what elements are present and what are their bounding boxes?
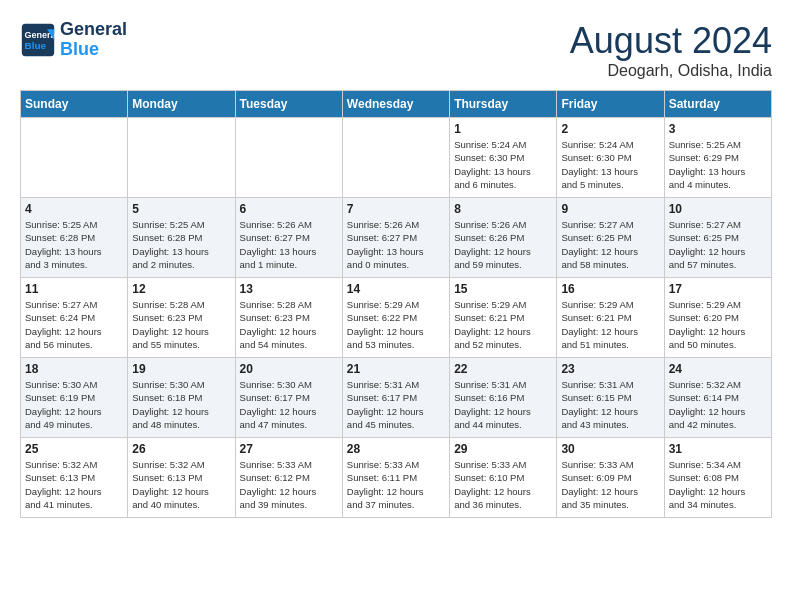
calendar-cell: 12Sunrise: 5:28 AM Sunset: 6:23 PM Dayli… <box>128 278 235 358</box>
calendar-cell: 1Sunrise: 5:24 AM Sunset: 6:30 PM Daylig… <box>450 118 557 198</box>
day-number: 20 <box>240 362 338 376</box>
day-info: Sunrise: 5:29 AM Sunset: 6:21 PM Dayligh… <box>561 298 659 351</box>
weekday-thursday: Thursday <box>450 91 557 118</box>
calendar-cell: 19Sunrise: 5:30 AM Sunset: 6:18 PM Dayli… <box>128 358 235 438</box>
day-info: Sunrise: 5:31 AM Sunset: 6:16 PM Dayligh… <box>454 378 552 431</box>
day-number: 24 <box>669 362 767 376</box>
calendar-cell: 18Sunrise: 5:30 AM Sunset: 6:19 PM Dayli… <box>21 358 128 438</box>
day-info: Sunrise: 5:30 AM Sunset: 6:17 PM Dayligh… <box>240 378 338 431</box>
day-number: 13 <box>240 282 338 296</box>
calendar-cell <box>21 118 128 198</box>
calendar-header: SundayMondayTuesdayWednesdayThursdayFrid… <box>21 91 772 118</box>
weekday-saturday: Saturday <box>664 91 771 118</box>
calendar-cell: 22Sunrise: 5:31 AM Sunset: 6:16 PM Dayli… <box>450 358 557 438</box>
calendar-cell: 28Sunrise: 5:33 AM Sunset: 6:11 PM Dayli… <box>342 438 449 518</box>
logo-icon: General Blue <box>20 22 56 58</box>
day-number: 19 <box>132 362 230 376</box>
day-info: Sunrise: 5:31 AM Sunset: 6:15 PM Dayligh… <box>561 378 659 431</box>
day-info: Sunrise: 5:25 AM Sunset: 6:28 PM Dayligh… <box>132 218 230 271</box>
calendar-week-row: 4Sunrise: 5:25 AM Sunset: 6:28 PM Daylig… <box>21 198 772 278</box>
calendar-cell: 20Sunrise: 5:30 AM Sunset: 6:17 PM Dayli… <box>235 358 342 438</box>
calendar-cell: 4Sunrise: 5:25 AM Sunset: 6:28 PM Daylig… <box>21 198 128 278</box>
day-number: 11 <box>25 282 123 296</box>
calendar-cell: 24Sunrise: 5:32 AM Sunset: 6:14 PM Dayli… <box>664 358 771 438</box>
logo-text: General Blue <box>60 20 127 60</box>
day-info: Sunrise: 5:27 AM Sunset: 6:25 PM Dayligh… <box>669 218 767 271</box>
title-block: August 2024 Deogarh, Odisha, India <box>570 20 772 80</box>
day-info: Sunrise: 5:29 AM Sunset: 6:22 PM Dayligh… <box>347 298 445 351</box>
svg-text:Blue: Blue <box>25 40 47 51</box>
day-number: 4 <box>25 202 123 216</box>
day-number: 22 <box>454 362 552 376</box>
calendar-cell: 27Sunrise: 5:33 AM Sunset: 6:12 PM Dayli… <box>235 438 342 518</box>
calendar-cell: 7Sunrise: 5:26 AM Sunset: 6:27 PM Daylig… <box>342 198 449 278</box>
day-info: Sunrise: 5:27 AM Sunset: 6:25 PM Dayligh… <box>561 218 659 271</box>
day-info: Sunrise: 5:32 AM Sunset: 6:14 PM Dayligh… <box>669 378 767 431</box>
calendar-cell: 25Sunrise: 5:32 AM Sunset: 6:13 PM Dayli… <box>21 438 128 518</box>
day-number: 30 <box>561 442 659 456</box>
calendar-week-row: 25Sunrise: 5:32 AM Sunset: 6:13 PM Dayli… <box>21 438 772 518</box>
day-number: 29 <box>454 442 552 456</box>
day-number: 17 <box>669 282 767 296</box>
day-info: Sunrise: 5:33 AM Sunset: 6:10 PM Dayligh… <box>454 458 552 511</box>
weekday-sunday: Sunday <box>21 91 128 118</box>
day-info: Sunrise: 5:33 AM Sunset: 6:11 PM Dayligh… <box>347 458 445 511</box>
day-number: 10 <box>669 202 767 216</box>
calendar-table: SundayMondayTuesdayWednesdayThursdayFrid… <box>20 90 772 518</box>
day-number: 5 <box>132 202 230 216</box>
calendar-cell: 6Sunrise: 5:26 AM Sunset: 6:27 PM Daylig… <box>235 198 342 278</box>
calendar-cell: 2Sunrise: 5:24 AM Sunset: 6:30 PM Daylig… <box>557 118 664 198</box>
day-info: Sunrise: 5:30 AM Sunset: 6:19 PM Dayligh… <box>25 378 123 431</box>
calendar-cell <box>128 118 235 198</box>
day-info: Sunrise: 5:34 AM Sunset: 6:08 PM Dayligh… <box>669 458 767 511</box>
weekday-wednesday: Wednesday <box>342 91 449 118</box>
day-info: Sunrise: 5:30 AM Sunset: 6:18 PM Dayligh… <box>132 378 230 431</box>
weekday-friday: Friday <box>557 91 664 118</box>
day-number: 18 <box>25 362 123 376</box>
day-number: 12 <box>132 282 230 296</box>
day-number: 6 <box>240 202 338 216</box>
day-info: Sunrise: 5:27 AM Sunset: 6:24 PM Dayligh… <box>25 298 123 351</box>
day-info: Sunrise: 5:32 AM Sunset: 6:13 PM Dayligh… <box>25 458 123 511</box>
calendar-cell: 11Sunrise: 5:27 AM Sunset: 6:24 PM Dayli… <box>21 278 128 358</box>
calendar-cell: 21Sunrise: 5:31 AM Sunset: 6:17 PM Dayli… <box>342 358 449 438</box>
calendar-cell: 3Sunrise: 5:25 AM Sunset: 6:29 PM Daylig… <box>664 118 771 198</box>
calendar-cell: 10Sunrise: 5:27 AM Sunset: 6:25 PM Dayli… <box>664 198 771 278</box>
calendar-cell <box>235 118 342 198</box>
calendar-cell: 15Sunrise: 5:29 AM Sunset: 6:21 PM Dayli… <box>450 278 557 358</box>
day-number: 1 <box>454 122 552 136</box>
day-info: Sunrise: 5:33 AM Sunset: 6:09 PM Dayligh… <box>561 458 659 511</box>
location-subtitle: Deogarh, Odisha, India <box>570 62 772 80</box>
day-info: Sunrise: 5:33 AM Sunset: 6:12 PM Dayligh… <box>240 458 338 511</box>
weekday-header-row: SundayMondayTuesdayWednesdayThursdayFrid… <box>21 91 772 118</box>
day-number: 9 <box>561 202 659 216</box>
day-number: 3 <box>669 122 767 136</box>
day-info: Sunrise: 5:24 AM Sunset: 6:30 PM Dayligh… <box>454 138 552 191</box>
calendar-cell: 8Sunrise: 5:26 AM Sunset: 6:26 PM Daylig… <box>450 198 557 278</box>
calendar-cell: 14Sunrise: 5:29 AM Sunset: 6:22 PM Dayli… <box>342 278 449 358</box>
calendar-cell: 30Sunrise: 5:33 AM Sunset: 6:09 PM Dayli… <box>557 438 664 518</box>
day-number: 31 <box>669 442 767 456</box>
day-number: 2 <box>561 122 659 136</box>
day-number: 16 <box>561 282 659 296</box>
weekday-tuesday: Tuesday <box>235 91 342 118</box>
day-number: 28 <box>347 442 445 456</box>
day-number: 14 <box>347 282 445 296</box>
day-number: 23 <box>561 362 659 376</box>
day-number: 7 <box>347 202 445 216</box>
day-info: Sunrise: 5:26 AM Sunset: 6:27 PM Dayligh… <box>347 218 445 271</box>
calendar-cell: 16Sunrise: 5:29 AM Sunset: 6:21 PM Dayli… <box>557 278 664 358</box>
calendar-cell: 29Sunrise: 5:33 AM Sunset: 6:10 PM Dayli… <box>450 438 557 518</box>
day-number: 25 <box>25 442 123 456</box>
calendar-week-row: 11Sunrise: 5:27 AM Sunset: 6:24 PM Dayli… <box>21 278 772 358</box>
calendar-cell: 17Sunrise: 5:29 AM Sunset: 6:20 PM Dayli… <box>664 278 771 358</box>
day-number: 8 <box>454 202 552 216</box>
calendar-week-row: 1Sunrise: 5:24 AM Sunset: 6:30 PM Daylig… <box>21 118 772 198</box>
day-info: Sunrise: 5:29 AM Sunset: 6:20 PM Dayligh… <box>669 298 767 351</box>
day-number: 27 <box>240 442 338 456</box>
day-info: Sunrise: 5:29 AM Sunset: 6:21 PM Dayligh… <box>454 298 552 351</box>
day-info: Sunrise: 5:32 AM Sunset: 6:13 PM Dayligh… <box>132 458 230 511</box>
day-number: 21 <box>347 362 445 376</box>
calendar-cell: 5Sunrise: 5:25 AM Sunset: 6:28 PM Daylig… <box>128 198 235 278</box>
calendar-body: 1Sunrise: 5:24 AM Sunset: 6:30 PM Daylig… <box>21 118 772 518</box>
